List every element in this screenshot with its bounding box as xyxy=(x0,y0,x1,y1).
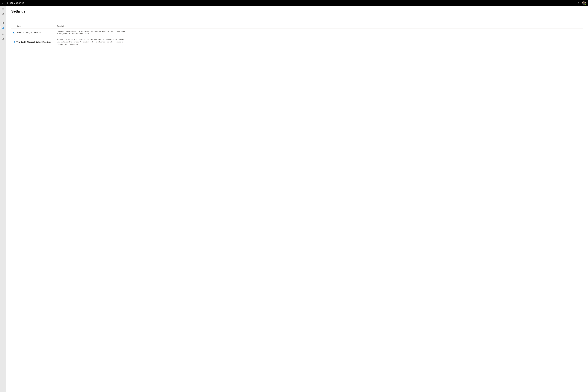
database-icon xyxy=(2,22,4,24)
account-button[interactable] xyxy=(581,0,587,6)
row-icon-cell xyxy=(11,41,16,43)
column-header-name[interactable]: Name ↓ xyxy=(16,25,57,27)
svg-point-15 xyxy=(2,28,3,28)
setting-description: Turning off allows you to stop using Sch… xyxy=(57,38,128,46)
help-circle-icon xyxy=(2,38,4,40)
table-row[interactable]: Download copy of Lake data Download a co… xyxy=(11,28,583,37)
topbar: School Data Sync xyxy=(0,0,588,6)
sidebar-item-people[interactable] xyxy=(0,16,6,21)
main-content: Settings Name ↓ Description xyxy=(6,6,588,392)
sidebar-item-help[interactable] xyxy=(0,36,6,41)
app-launcher-button[interactable] xyxy=(0,0,6,6)
svg-rect-7 xyxy=(3,4,3,4)
table-header: Name ↓ Description xyxy=(11,24,583,28)
person-icon xyxy=(2,18,4,20)
power-icon xyxy=(13,41,15,43)
setting-name[interactable]: Turn On/Off Microsoft School Data Sync xyxy=(16,41,57,43)
svg-rect-5 xyxy=(4,2,4,3)
setting-description: Download a copy of the data in the lake … xyxy=(57,30,128,35)
gear-icon xyxy=(2,27,4,29)
question-icon xyxy=(577,2,580,4)
page-title: Settings xyxy=(11,9,583,14)
column-header-description-label: Description xyxy=(57,25,66,27)
row-icon-cell xyxy=(11,31,16,34)
svg-point-14 xyxy=(2,22,4,23)
sidebar-item-settings[interactable] xyxy=(0,26,6,30)
headset-icon xyxy=(2,33,4,35)
table-row[interactable]: Turn On/Off Microsoft School Data Sync T… xyxy=(11,37,583,48)
setting-name[interactable]: Download copy of Lake data xyxy=(16,32,57,34)
svg-rect-16 xyxy=(2,34,2,35)
help-button[interactable] xyxy=(576,0,581,6)
svg-rect-6 xyxy=(2,4,2,4)
svg-point-13 xyxy=(2,18,3,18)
app-title: School Data Sync xyxy=(7,2,24,4)
home-icon xyxy=(2,13,4,15)
svg-rect-3 xyxy=(2,2,2,3)
svg-rect-17 xyxy=(3,34,4,35)
svg-rect-0 xyxy=(2,2,2,2)
svg-rect-1 xyxy=(3,2,3,2)
sidebar-item-home[interactable] xyxy=(0,11,6,16)
bell-icon xyxy=(572,2,574,4)
presence-indicator xyxy=(585,4,586,5)
column-header-name-label: Name xyxy=(16,25,21,27)
hamburger-icon xyxy=(2,8,4,10)
sidebar xyxy=(0,6,6,392)
column-header-description[interactable]: Description xyxy=(57,25,130,27)
settings-table: Name ↓ Description xyxy=(11,24,583,47)
notifications-button[interactable] xyxy=(570,0,576,6)
sort-down-icon: ↓ xyxy=(22,25,22,27)
sidebar-toggle-button[interactable] xyxy=(0,7,6,11)
download-icon xyxy=(13,31,15,34)
waffle-icon xyxy=(2,2,4,4)
svg-rect-2 xyxy=(4,2,4,2)
svg-rect-4 xyxy=(3,2,3,3)
sidebar-item-support[interactable] xyxy=(0,32,6,36)
sidebar-item-data[interactable] xyxy=(0,21,6,26)
svg-rect-8 xyxy=(4,4,4,4)
